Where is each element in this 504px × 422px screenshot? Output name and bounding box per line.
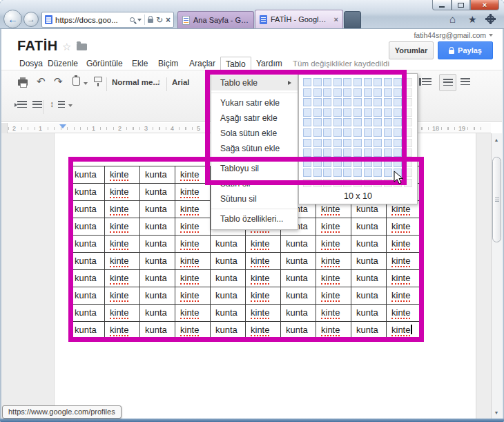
line-spacing-dropdown-icon[interactable] <box>68 104 72 107</box>
forward-button[interactable]: → <box>23 12 39 27</box>
paint-format-icon[interactable] <box>94 77 102 82</box>
grid-picker-cell[interactable] <box>374 139 382 147</box>
table-cell[interactable]: kinte <box>175 184 211 201</box>
table-cell[interactable]: kunta <box>70 287 105 305</box>
grid-picker-cell[interactable] <box>353 108 362 117</box>
font-select[interactable]: Arial <box>172 78 190 86</box>
grid-picker-cell[interactable] <box>374 169 382 177</box>
grid-picker-cell[interactable] <box>374 88 382 97</box>
grid-picker-cell[interactable] <box>313 118 322 126</box>
grid-picker-cell[interactable] <box>313 98 322 106</box>
table-cell[interactable]: kinte <box>316 322 351 339</box>
table-cell[interactable]: kunta <box>281 322 316 339</box>
table-cell[interactable]: kinte <box>387 322 422 339</box>
grid-picker-cell[interactable] <box>394 108 402 117</box>
grid-picker-cell[interactable] <box>323 148 331 157</box>
grid-picker-cell[interactable] <box>364 108 372 117</box>
grid-picker-cell[interactable] <box>353 148 362 157</box>
menu-araclar[interactable]: Araçlar <box>189 59 215 68</box>
grid-picker-cell[interactable] <box>374 108 382 117</box>
table-cell[interactable]: kunta <box>70 322 105 339</box>
table-cell[interactable]: kinte <box>387 253 422 270</box>
grid-picker-cell[interactable] <box>404 128 412 137</box>
grid-picker-cell[interactable] <box>404 88 412 97</box>
grid-picker-cell[interactable] <box>353 179 362 187</box>
grid-picker-cell[interactable] <box>364 118 372 126</box>
table-cell[interactable]: kunta <box>351 322 387 339</box>
grid-picker-cell[interactable] <box>333 88 342 97</box>
grid-picker-cell[interactable] <box>333 118 342 126</box>
menu-yardim[interactable]: Yardım <box>256 59 282 68</box>
grid-picker-cell[interactable] <box>384 108 392 117</box>
grid-picker-cell[interactable] <box>374 78 382 86</box>
table-cell[interactable]: kinte <box>316 218 351 236</box>
new-tab-stub[interactable] <box>344 11 361 28</box>
grid-picker-cell[interactable] <box>343 108 351 117</box>
grid-picker-cell[interactable] <box>384 139 392 147</box>
grid-picker-cell[interactable] <box>333 169 342 177</box>
table-cell[interactable]: kinte <box>105 218 140 236</box>
table-cell[interactable]: kunta <box>211 305 246 322</box>
grid-picker-cell[interactable] <box>384 148 392 157</box>
grid-picker-cell[interactable] <box>333 78 342 86</box>
undo-icon[interactable]: ↶ <box>37 75 46 88</box>
table-cell[interactable]: kunta <box>140 287 175 305</box>
grid-picker-cell[interactable] <box>394 128 402 137</box>
table-menu-item[interactable]: Tablo ekle <box>211 75 298 90</box>
grid-picker-cell[interactable] <box>323 179 331 187</box>
grid-picker-cell[interactable] <box>364 98 372 106</box>
table-cell[interactable]: kunta <box>351 218 387 236</box>
grid-picker-cell[interactable] <box>404 108 412 117</box>
line-spacing-icon[interactable] <box>58 101 65 108</box>
table-cell[interactable]: kunta <box>211 322 246 339</box>
redo-icon[interactable]: ↷ <box>54 75 63 88</box>
style-stepper-icon[interactable]: ↕ <box>157 77 161 87</box>
grid-picker-cell[interactable] <box>313 139 322 147</box>
table-cell[interactable]: kinte <box>105 322 140 339</box>
minimize-button[interactable] <box>432 0 452 10</box>
table-cell[interactable]: kinte <box>105 184 140 201</box>
grid-picker-cell[interactable] <box>374 98 382 106</box>
grid-picker-cell[interactable] <box>353 139 362 147</box>
table-cell[interactable]: kunta <box>281 236 316 253</box>
grid-picker-cell[interactable] <box>364 179 372 187</box>
table-cell[interactable]: kunta <box>140 218 175 236</box>
grid-picker-cell[interactable] <box>364 128 372 137</box>
grid-picker-cell[interactable] <box>303 78 311 86</box>
table-cell[interactable]: kunta <box>351 305 387 322</box>
table-menu-item[interactable]: Sütunu sil <box>211 191 298 207</box>
grid-picker-cell[interactable] <box>364 148 372 157</box>
folder-icon[interactable] <box>77 44 87 50</box>
menu-dosya[interactable]: Dosya <box>19 59 43 68</box>
table-cell[interactable]: kinte <box>246 253 281 270</box>
align-left-button-active[interactable] <box>439 74 456 91</box>
table-cell[interactable]: kunta <box>140 322 175 339</box>
grid-picker-cell[interactable] <box>343 169 351 177</box>
table-cell[interactable]: kinte <box>105 166 140 184</box>
table-cell[interactable]: kinte <box>246 270 281 287</box>
table-cell[interactable]: kinte <box>387 305 422 322</box>
table-cell[interactable]: kinte <box>246 322 281 339</box>
grid-picker-cell[interactable] <box>333 179 342 187</box>
grid-picker-cell[interactable] <box>404 78 412 86</box>
grid-picker-cell[interactable] <box>313 78 322 86</box>
favorites-star-icon[interactable]: ★ <box>468 15 477 24</box>
table-cell[interactable]: kinte <box>175 305 211 322</box>
grid-picker-cell[interactable] <box>343 88 351 97</box>
table-cell[interactable]: kunta <box>351 287 387 305</box>
grid-picker-cell[interactable] <box>303 148 311 157</box>
grid-picker-cell[interactable] <box>384 98 392 106</box>
grid-picker-cell[interactable] <box>404 169 412 177</box>
tab-ana-sayfa[interactable]: Ana Sayfa - Google Dokümanlar <box>177 11 254 28</box>
table-cell[interactable]: kinte <box>105 305 140 322</box>
grid-picker-cell[interactable] <box>343 98 351 106</box>
line-spacing-arrow-icon[interactable]: ↕ <box>50 99 54 109</box>
table-cell[interactable]: kinte <box>387 236 422 253</box>
table-cell[interactable]: kunta <box>211 253 246 270</box>
stop-icon[interactable]: × <box>166 16 171 24</box>
star-outline-icon[interactable]: ☆ <box>62 41 71 53</box>
tab-fatih[interactable]: FATİH - Google Dokümanlar × <box>255 10 343 28</box>
table-cell[interactable]: kunta <box>140 236 175 253</box>
table-cell[interactable]: kunta <box>140 270 175 287</box>
grid-picker-cell[interactable] <box>394 118 402 126</box>
